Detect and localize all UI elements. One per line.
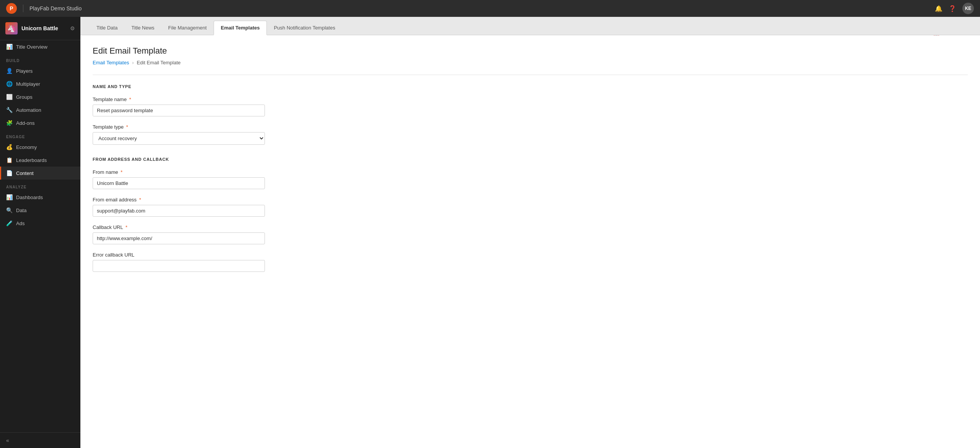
notifications-icon[interactable]: 🔔 xyxy=(935,5,942,12)
sidebar-label-title-overview: Title Overview xyxy=(16,44,47,50)
tab-push-notification[interactable]: Push Notification Templates xyxy=(267,21,342,35)
user-avatar[interactable]: KE xyxy=(962,3,974,14)
main-layout: 🦄 Unicorn Battle ⚙ 📊 Title Overview BUIL… xyxy=(0,17,980,448)
template-name-input[interactable] xyxy=(93,105,265,116)
tab-email-templates[interactable]: Email Templates xyxy=(214,21,267,35)
callback-url-label: Callback URL * xyxy=(93,224,265,230)
sidebar-item-groups[interactable]: ⬜ Groups xyxy=(0,90,80,103)
from-email-group: From email address * xyxy=(93,197,265,217)
sidebar-label-leaderboards: Leaderboards xyxy=(16,157,47,163)
sidebar-label-ads: Ads xyxy=(16,221,24,226)
sidebar-item-title-overview[interactable]: 📊 Title Overview xyxy=(0,40,80,53)
ads-icon: 🧪 xyxy=(6,220,12,226)
sidebar-item-multiplayer[interactable]: 🌐 Multiplayer xyxy=(0,77,80,90)
from-address-heading: FROM ADDRESS AND CALLBACK xyxy=(93,157,968,162)
sidebar-label-addons: Add-ons xyxy=(16,120,34,126)
multiplayer-icon: 🌐 xyxy=(6,81,12,87)
addons-icon: 🧩 xyxy=(6,120,12,126)
tab-title-data[interactable]: Title Data xyxy=(90,21,124,35)
tab-file-management[interactable]: File Management xyxy=(161,21,213,35)
sidebar-item-economy[interactable]: 💰 Economy xyxy=(0,141,80,154)
help-icon[interactable]: ❓ xyxy=(949,5,956,12)
from-name-label: From name * xyxy=(93,169,265,175)
sidebar-label-automation: Automation xyxy=(16,107,41,113)
chart-icon: 📊 xyxy=(6,44,12,50)
sidebar-item-dashboards[interactable]: 📊 Dashboards xyxy=(0,191,80,204)
topbar-right: 🔔 ❓ KE xyxy=(935,3,974,14)
template-name-label: Template name * xyxy=(93,96,265,102)
groups-icon: ⬜ xyxy=(6,94,12,100)
sidebar: 🦄 Unicorn Battle ⚙ 📊 Title Overview BUIL… xyxy=(0,17,80,448)
tab-title-news[interactable]: Title News xyxy=(124,21,161,35)
sidebar-section-engage: ENGAGE xyxy=(0,129,80,141)
required-asterisk-3: * xyxy=(121,169,122,175)
sidebar-item-automation[interactable]: 🔧 Automation xyxy=(0,103,80,116)
from-address-section: FROM ADDRESS AND CALLBACK From name * Fr… xyxy=(93,157,968,272)
economy-icon: 💰 xyxy=(6,144,12,150)
sidebar-item-players[interactable]: 👤 Players xyxy=(0,64,80,77)
sidebar-label-groups: Groups xyxy=(16,94,33,100)
sidebar-collapse-button[interactable]: « xyxy=(6,437,9,443)
breadcrumb-current: Edit Email Template xyxy=(137,60,181,65)
error-callback-url-input[interactable] xyxy=(93,260,265,272)
sidebar-item-addons[interactable]: 🧩 Add-ons xyxy=(0,116,80,129)
required-asterisk-5: * xyxy=(126,224,127,230)
required-asterisk-4: * xyxy=(139,197,141,203)
callback-url-group: Callback URL * xyxy=(93,224,265,244)
required-asterisk-2: * xyxy=(126,124,128,130)
sidebar-section-analyze: ANALYZE xyxy=(0,180,80,191)
template-type-select[interactable]: Account recovery Email confirmation Trad… xyxy=(93,132,265,145)
name-and-type-section: NAME AND TYPE Template name * Template t… xyxy=(93,84,968,145)
breadcrumb: Email Templates › Edit Email Template xyxy=(93,60,181,65)
section-divider xyxy=(93,75,968,75)
template-type-label: Template type * xyxy=(93,124,265,130)
template-name-group: Template name * xyxy=(93,96,265,116)
whats-this-button[interactable]: 📖 What's this? xyxy=(933,35,968,36)
sidebar-label-economy: Economy xyxy=(16,144,37,150)
name-and-type-heading: NAME AND TYPE xyxy=(93,84,968,89)
topbar-divider xyxy=(23,5,23,12)
sidebar-label-data: Data xyxy=(16,208,26,213)
page-title: Edit Email Template xyxy=(93,46,181,56)
sidebar-brand-icon: 🦄 xyxy=(5,22,18,34)
sidebar-section-build: BUILD xyxy=(0,53,80,64)
error-callback-url-group: Error callback URL xyxy=(93,252,265,272)
from-email-label: From email address * xyxy=(93,197,265,203)
topbar-app-name: PlayFab Demo Studio xyxy=(29,5,82,11)
dashboards-icon: 📊 xyxy=(6,194,12,200)
topbar: P PlayFab Demo Studio 🔔 ❓ KE xyxy=(0,0,980,17)
from-name-input[interactable] xyxy=(93,177,265,189)
topbar-logo: P xyxy=(6,3,17,14)
leaderboards-icon: 📋 xyxy=(6,157,12,163)
settings-icon[interactable]: ⚙ xyxy=(70,25,75,31)
page-header: Edit Email Template Email Templates › Ed… xyxy=(93,46,181,75)
sidebar-brand-name: Unicorn Battle xyxy=(21,25,66,31)
sidebar-label-content: Content xyxy=(16,170,34,176)
data-icon: 🔍 xyxy=(6,207,12,213)
sidebar-brand: 🦄 Unicorn Battle ⚙ xyxy=(0,17,80,40)
book-icon: 📖 xyxy=(933,35,939,36)
sidebar-label-dashboards: Dashboards xyxy=(16,195,43,200)
tab-bar: Title Data Title News File Management Em… xyxy=(80,17,980,35)
sidebar-item-data[interactable]: 🔍 Data xyxy=(0,204,80,217)
from-email-input[interactable] xyxy=(93,205,265,217)
from-name-group: From name * xyxy=(93,169,265,189)
page-content: Edit Email Template Email Templates › Ed… xyxy=(80,35,980,448)
breadcrumb-parent[interactable]: Email Templates xyxy=(93,60,129,65)
sidebar-item-ads[interactable]: 🧪 Ads xyxy=(0,217,80,230)
sidebar-bottom: « xyxy=(0,432,80,448)
sidebar-item-leaderboards[interactable]: 📋 Leaderboards xyxy=(0,154,80,167)
sidebar-label-multiplayer: Multiplayer xyxy=(16,81,40,87)
automation-icon: 🔧 xyxy=(6,107,12,113)
breadcrumb-separator: › xyxy=(132,60,134,65)
required-asterisk: * xyxy=(129,96,131,102)
callback-url-input[interactable] xyxy=(93,232,265,244)
players-icon: 👤 xyxy=(6,68,12,74)
content-icon: 📄 xyxy=(6,170,12,176)
error-callback-url-label: Error callback URL xyxy=(93,252,265,258)
sidebar-item-content[interactable]: 📄 Content xyxy=(0,167,80,180)
content-area: Title Data Title News File Management Em… xyxy=(80,17,980,448)
template-type-group: Template type * Account recovery Email c… xyxy=(93,124,265,145)
sidebar-label-players: Players xyxy=(16,68,33,74)
